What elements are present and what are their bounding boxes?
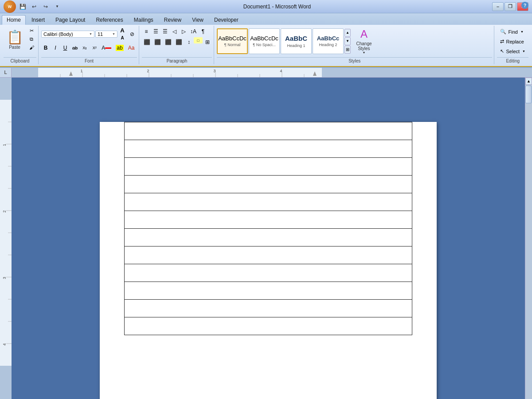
font-color-button[interactable]: A <box>100 43 113 53</box>
table-row[interactable] <box>125 211 412 229</box>
quick-dropdown-button[interactable]: ▼ <box>52 2 62 12</box>
svg-rect-3 <box>322 68 532 77</box>
tab-view[interactable]: View <box>187 15 208 25</box>
italic-button[interactable]: I <box>51 43 60 53</box>
underline-button[interactable]: U <box>61 43 70 53</box>
cut-button[interactable]: ✂ <box>27 27 36 35</box>
format-painter-button[interactable]: 🖌 <box>27 43 36 51</box>
paste-button[interactable]: 📋 Paste <box>4 27 26 52</box>
align-left-button[interactable]: ⬛ <box>142 37 152 47</box>
help-button[interactable]: ? <box>521 2 528 9</box>
tab-references[interactable]: References <box>91 15 128 25</box>
table-cell[interactable] <box>125 246 412 264</box>
styles-scroll-down[interactable]: ▼ <box>344 37 351 45</box>
table-row[interactable] <box>125 282 412 300</box>
table-cell[interactable] <box>125 229 412 246</box>
style-no-spacing[interactable]: AaBbCcDc ¶ No Spaci... <box>249 28 280 54</box>
shading-button[interactable]: □ <box>194 37 203 43</box>
table-cell[interactable] <box>125 282 412 300</box>
table-row[interactable] <box>125 246 412 264</box>
style-normal[interactable]: AaBbCcDc ¶ Normal <box>217 28 248 54</box>
superscript-button[interactable]: X² <box>90 43 99 53</box>
tab-developer[interactable]: Developer <box>209 15 243 25</box>
select-arrow: ▼ <box>522 50 525 53</box>
table-row[interactable] <box>125 158 412 176</box>
table-row[interactable] <box>125 229 412 246</box>
vertical-scrollbar[interactable]: ▲ ▲ ● ▼ ▼ <box>525 78 532 399</box>
quick-redo-button[interactable]: ↪ <box>41 2 51 12</box>
bullets-button[interactable]: ≡ <box>142 27 151 36</box>
table-cell[interactable] <box>125 264 412 282</box>
table-cell[interactable] <box>125 317 412 335</box>
table-row[interactable] <box>125 300 412 317</box>
show-hide-button[interactable]: ¶ <box>199 27 207 36</box>
change-styles-button[interactable]: A Change Styles ▼ <box>352 28 376 54</box>
replace-button[interactable]: ⇄ Replace <box>497 37 527 46</box>
tab-insert[interactable]: Insert <box>27 15 50 25</box>
tab-home[interactable]: Home <box>2 15 26 25</box>
decrease-indent-button[interactable]: ◁ <box>170 27 179 36</box>
strikethrough-button[interactable]: ab <box>70 43 79 53</box>
align-center-button[interactable]: ⬛ <box>153 37 163 47</box>
style-heading1-label: Heading 1 <box>287 43 305 48</box>
table-row[interactable] <box>125 317 412 335</box>
style-heading1-preview: AaBbC <box>285 35 307 43</box>
minimize-button[interactable]: − <box>492 2 504 11</box>
styles-scroll-more[interactable]: ⊞ <box>344 46 351 54</box>
styles-scroll-up[interactable]: ▲ <box>344 29 351 37</box>
justify-button[interactable]: ⬛ <box>174 37 184 47</box>
scroll-track[interactable] <box>525 85 532 399</box>
multilevel-button[interactable]: ☰ <box>160 27 169 36</box>
ruler-area: L <box>0 68 532 78</box>
font-color2-button[interactable]: Aa <box>126 43 137 53</box>
subscript-button[interactable]: X₂ <box>80 43 89 53</box>
numbering-button[interactable]: ☰ <box>151 27 160 36</box>
styles-label: Styles <box>217 57 492 64</box>
font-size-value: 11 <box>98 31 103 37</box>
line-spacing-button[interactable]: ↕ <box>184 37 193 47</box>
table-cell[interactable] <box>125 158 412 176</box>
copy-button[interactable]: ⧉ <box>27 35 36 43</box>
scroll-up-button[interactable]: ▲ <box>525 78 532 85</box>
table-row[interactable] <box>125 193 412 211</box>
document-page[interactable] <box>100 122 437 399</box>
editing-group: 🔍 Find ▼ ⇄ Replace ↖ Select ▼ Editing <box>495 26 530 64</box>
font-grow-button[interactable]: A <box>118 27 126 34</box>
tab-mailings[interactable]: Mailings <box>129 15 158 25</box>
restore-button[interactable]: ❐ <box>505 2 516 11</box>
tab-review[interactable]: Review <box>159 15 186 25</box>
clear-format-button[interactable]: ⊘ <box>127 29 137 39</box>
table-cell[interactable] <box>125 140 412 158</box>
table-cell[interactable] <box>125 122 412 140</box>
find-button[interactable]: 🔍 Find ▼ <box>497 27 526 36</box>
table-cell[interactable] <box>125 193 412 211</box>
borders-button[interactable]: ⊞ <box>203 37 212 47</box>
tab-page-layout[interactable]: Page Layout <box>51 15 90 25</box>
sort-button[interactable]: ↕A <box>188 27 198 36</box>
style-heading1[interactable]: AaBbC Heading 1 <box>281 28 312 54</box>
highlight-button[interactable]: ab <box>114 43 125 53</box>
ruler-corner[interactable]: L <box>0 68 12 77</box>
table-cell[interactable] <box>125 176 412 193</box>
quick-save-button[interactable]: 💾 <box>18 2 27 12</box>
font-name-select[interactable]: Calibri (Body) ▼ <box>41 31 94 38</box>
table-row[interactable] <box>125 122 412 140</box>
svg-text:4: 4 <box>280 69 282 73</box>
increase-indent-button[interactable]: ▷ <box>179 27 188 36</box>
select-button[interactable]: ↖ Select ▼ <box>497 47 528 55</box>
align-right-button[interactable]: ⬛ <box>163 37 173 47</box>
table-cell[interactable] <box>125 211 412 229</box>
document-area[interactable] <box>12 78 525 399</box>
table-row[interactable] <box>125 140 412 158</box>
scroll-thumb[interactable] <box>525 86 532 103</box>
office-orb[interactable]: W <box>4 0 16 13</box>
font-shrink-button[interactable]: A <box>118 34 126 41</box>
table-cell[interactable] <box>125 300 412 317</box>
bold-button[interactable]: B <box>41 43 50 53</box>
font-size-select[interactable]: 11 ▼ <box>95 31 117 38</box>
table-row[interactable] <box>125 176 412 193</box>
style-heading2[interactable]: AaBbCc Heading 2 <box>313 28 344 54</box>
table-row[interactable] <box>125 264 412 282</box>
quick-undo-button[interactable]: ↩ <box>29 2 39 12</box>
lined-table[interactable] <box>124 122 412 335</box>
